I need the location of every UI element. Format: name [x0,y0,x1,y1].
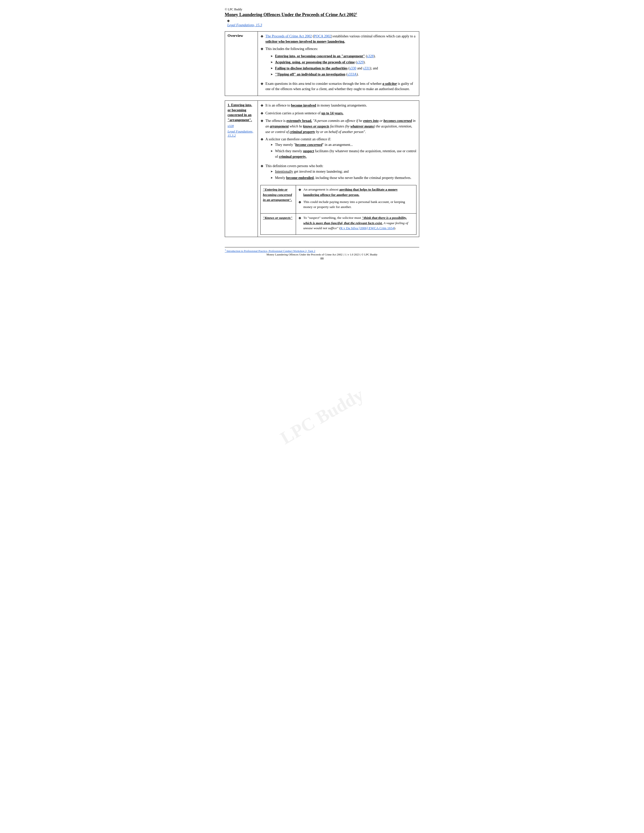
suspect: suspect [303,149,314,153]
diamond-inner-2: ❖ [298,199,303,205]
diamond-bullet-overview: ❖ [227,19,230,23]
overview-para1: The Proceeds of Crime Act 2002 (POCA 200… [266,34,417,44]
heading-line4: "arrangement". [227,118,252,122]
solicitor-italic: a solicitor [382,82,397,85]
section1-left: 1. Entering into, or becoming concerned … [225,101,258,237]
sub-bullet-4-2: Which they merely suspect facilitates (b… [270,148,417,159]
poca-link[interactable]: The Proceeds of Crime Act 2002 [266,34,312,38]
footer-page-number: 88 [225,256,419,261]
section1-heading: 1. Entering into, or becoming concerned … [227,103,255,122]
heading-line2: or becoming [227,108,246,112]
overview-label: Overview [225,32,258,96]
diamond-icon-1: ❖ [260,34,266,39]
become-involved: become involved [291,103,316,107]
legal-foundations-link[interactable]: Legal Foundations, 15.3.2 [227,130,255,138]
offences-block: This includes the following offences: En… [266,46,417,79]
da-silva-link[interactable]: R v Da Silva [2006] EWCA Crim 1654 [340,226,394,230]
diamond-s1-5: ❖ [260,164,266,169]
footnote-link[interactable]: Introduction to Professional Practice, P… [227,249,315,252]
criminal-property: criminal property. [279,155,306,159]
page-title: Money Laundering Offences Under the Proc… [225,12,419,18]
offences-intro: This includes the following offences: [266,46,417,51]
footnote: 1 Introduction to Professional Practice,… [225,249,419,252]
diamond-s1-3: ❖ [260,118,266,124]
bullet5-row: ❖ This definition covers persons who bot… [260,163,417,182]
title-superscript: 1 [356,12,357,15]
footer-center-text: Money Laundering Offences Under the Proc… [225,253,419,256]
diamond-s1-4: ❖ [260,137,266,142]
offence-item-2: Acquiring, using, or possessing the proc… [270,60,417,65]
section1-right: ❖ It is an offence to become involved in… [258,101,419,237]
overview-table: Overview ❖ The Proceeds of Crime Act 200… [225,31,419,96]
diamond-s1-2: ❖ [260,111,266,116]
exam-para: Exam questions in this area tend to cons… [266,81,417,92]
sub-bullet-5-1: Intentionally get involved in money laun… [270,169,417,174]
bullet1-row: ❖ It is an offence to become involved in… [260,103,417,109]
diamond-inner-1: ❖ [298,187,303,193]
offence-item-1: Entering into, or becoming concerned in … [270,53,417,59]
title-text: Money Laundering Offences Under the Proc… [225,12,356,17]
inner-left-2: "Knows or suspects" [261,214,296,235]
bullet3-content: The offence is extremely broad. "A perso… [266,118,417,135]
offence-item-3: Failing to disclose information to the a… [270,66,417,71]
intentionally: Intentionally [275,170,293,174]
14-years: up to 14 years. [322,111,343,115]
bullet2-row: ❖ Conviction carries a prison sentence o… [260,111,417,116]
diamond-s1-1: ❖ [260,103,266,109]
solicitor-phrase: solicitor who becomes involved in money … [266,40,345,43]
inner-bullet-1-1: ❖ An arrangement is almost anything that… [298,187,414,198]
heading-line1: 1. Entering into, [227,103,252,107]
poca-abbr-link[interactable]: POCA 2002 [314,34,331,38]
definition-subbullets: Intentionally get involved in money laun… [266,169,417,180]
offence-item-4: "Tipping off" an individual to an invest… [270,72,417,77]
sub-bullet-5-2: Merely become embroiled, including those… [270,175,417,181]
solicitor-subbullets: They merely "become concerned" in an arr… [266,142,417,159]
s333a-link[interactable]: s333A [347,72,357,76]
bullet4-content: A solicitor can therefore commit an offe… [266,137,417,161]
become-embroiled: become embroiled [286,176,314,180]
overview-content: ❖ The Proceeds of Crime Act 2002 (POCA 2… [258,32,419,96]
offences-list: Entering into, or becoming concerned in … [266,53,417,77]
inner-definitions-table: "Entering into or becoming concerned in … [260,185,417,235]
s330-link[interactable]: s330 [349,66,356,70]
bullet5-content: This definition covers persons who both:… [266,163,417,182]
bullet3-row: ❖ The offence is extremely broad. "A per… [260,118,417,135]
subtitle-link[interactable]: Legal Foundations, 15.3 [227,23,419,27]
bullet2-content: Conviction carries a prison sentence of … [266,111,417,116]
s331-link[interactable]: s331 [363,66,370,70]
sub-bullet-4-1: They merely "become concerned" in an arr… [270,142,417,148]
inner-left-1: "Entering into or becoming concerned in … [261,185,296,214]
heading-line3: concerned in an [227,113,251,117]
s329-link[interactable]: s329 [357,60,364,64]
s328-section-link[interactable]: s328 [227,124,255,128]
inner-bullet-1-2: ❖ This could include paying money into a… [298,199,414,210]
bullet1-content: It is an offence to become involved in m… [266,103,417,108]
anything-that-helps: anything that helps to facilitate a mone… [303,188,398,196]
inner-right-1: ❖ An arrangement is almost anything that… [296,185,417,214]
extremely-broad: extremely broad. [287,119,312,123]
inner-row-1: "Entering into or becoming concerned in … [261,185,417,214]
inner-row-2: "Knows or suspects" ❖ To "suspect" somet… [261,214,417,235]
section1-table: 1. Entering into, or becoming concerned … [225,100,419,237]
become-concerned: become concerned [295,143,322,147]
copyright: © LPC Buddy [225,8,419,11]
diamond-icon-3: ❖ [260,81,266,87]
inner-bullet-2-1: ❖ To "suspect" something, the solicitor … [298,215,414,231]
s328-link[interactable]: s328 [367,54,374,58]
bullet4-row: ❖ A solicitor can therefore commit an of… [260,137,417,161]
inner-right-2: ❖ To "suspect" something, the solicitor … [296,214,417,235]
diamond-inner-3: ❖ [298,215,303,221]
footer: 1 Introduction to Professional Practice,… [225,247,419,261]
diamond-icon-2: ❖ [260,47,266,52]
